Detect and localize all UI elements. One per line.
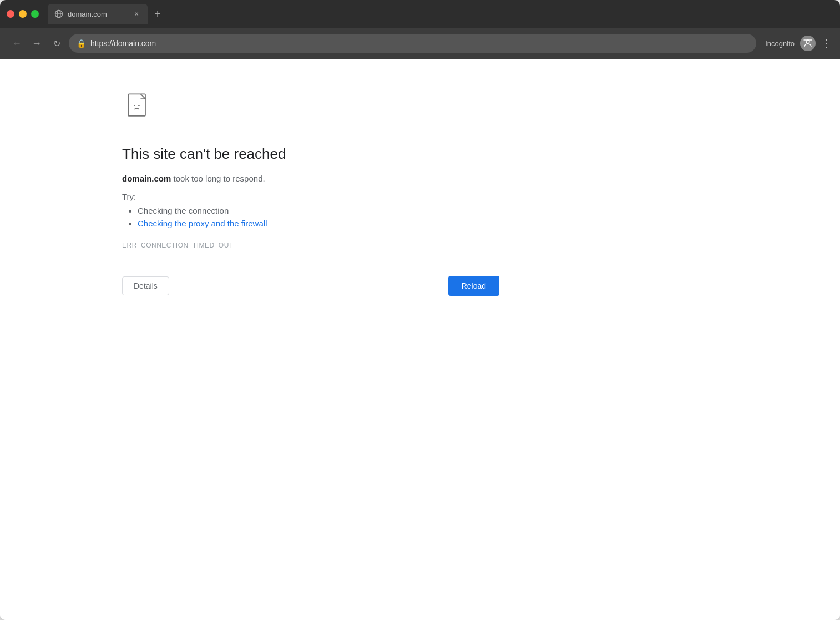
- suggestion-connection-text: Checking the connection: [138, 206, 229, 215]
- traffic-lights: [7, 10, 39, 18]
- lock-icon: 🔒: [77, 39, 86, 48]
- browser-tab[interactable]: domain.com ×: [48, 4, 148, 24]
- tab-area: domain.com × +: [48, 4, 833, 24]
- close-traffic-light[interactable]: [7, 10, 14, 18]
- url-text: https://domain.com: [90, 39, 156, 48]
- error-domain: domain.com: [122, 174, 171, 183]
- error-container: This site can't be reached domain.com to…: [0, 59, 499, 296]
- page-content: This site can't be reached domain.com to…: [0, 59, 840, 620]
- new-tab-button[interactable]: +: [150, 6, 165, 22]
- title-bar: domain.com × +: [0, 0, 840, 28]
- maximize-traffic-light[interactable]: [31, 10, 39, 18]
- error-code: ERR_CONNECTION_TIMED_OUT: [122, 241, 499, 249]
- suggestion-proxy: Checking the proxy and the firewall: [138, 219, 499, 228]
- back-button[interactable]: ←: [9, 36, 24, 51]
- forward-button[interactable]: →: [29, 36, 44, 51]
- url-bar[interactable]: 🔒 https://domain.com: [69, 34, 756, 53]
- incognito-icon: [800, 36, 816, 51]
- reload-button[interactable]: Reload: [448, 276, 499, 296]
- svg-rect-5: [128, 94, 145, 115]
- error-title: This site can't be reached: [122, 145, 499, 163]
- browser-menu-button[interactable]: ⋮: [821, 37, 831, 49]
- reload-nav-button[interactable]: ↻: [49, 36, 64, 51]
- tab-title: domain.com: [68, 10, 128, 18]
- tab-close-button[interactable]: ×: [132, 9, 141, 18]
- error-description-rest: took too long to respond.: [171, 174, 265, 183]
- svg-point-3: [806, 40, 809, 43]
- address-bar: ← → ↻ 🔒 https://domain.com Incognito ⋮: [0, 28, 840, 59]
- incognito-label: Incognito: [765, 39, 795, 48]
- button-row: Details Reload: [122, 276, 499, 296]
- details-button[interactable]: Details: [122, 276, 169, 295]
- minimize-traffic-light[interactable]: [19, 10, 27, 18]
- suggestion-connection: Checking the connection: [138, 206, 499, 215]
- error-icon: [122, 92, 499, 128]
- suggestions-list: Checking the connection Checking the pro…: [122, 206, 499, 228]
- try-label: Try:: [122, 192, 499, 201]
- error-description: domain.com took too long to respond.: [122, 174, 499, 183]
- tab-favicon-icon: [54, 9, 63, 18]
- browser-window: domain.com × + ← → ↻ 🔒 https://domain.co…: [0, 0, 840, 620]
- address-bar-right: Incognito ⋮: [765, 36, 831, 51]
- suggestion-proxy-link[interactable]: Checking the proxy and the firewall: [138, 219, 267, 228]
